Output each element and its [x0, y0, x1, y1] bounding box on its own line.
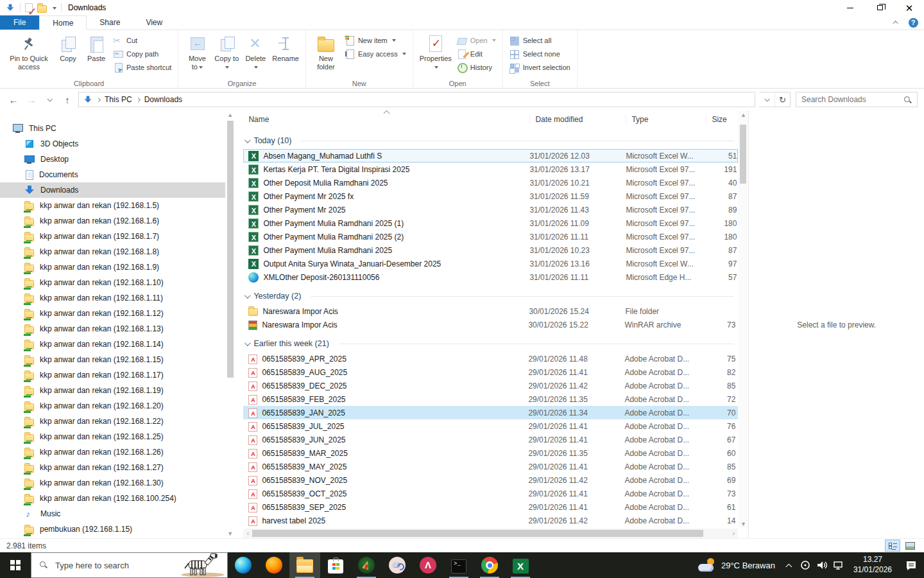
sidebar-scrollbar[interactable]: ▲ ▼: [225, 110, 236, 538]
group-header[interactable]: Earlier this week (21): [243, 335, 738, 352]
refresh-button[interactable]: ↻: [774, 92, 790, 107]
close-button[interactable]: ✕: [894, 0, 924, 15]
cut-button[interactable]: Cut: [110, 33, 174, 47]
sidebar-item-kkp-anwar-dan-rekan-192-168-1-27[interactable]: kkp anwar dan rekan (192.168.1.27): [0, 460, 225, 475]
help-button[interactable]: ?: [905, 15, 921, 30]
sidebar-item-kkp-anwar-dan-rekan-192-168-1-19[interactable]: kkp anwar dan rekan (192.168.1.19): [0, 383, 225, 398]
scroll-up-icon[interactable]: ▲: [227, 112, 234, 118]
sidebar-item-kkp-anwar-dan-rekan-192-168-100-254[interactable]: kkp anwar dan rekan (192.168.100.254): [0, 491, 225, 506]
details-view-button[interactable]: [885, 539, 900, 552]
back-button[interactable]: ←: [6, 92, 21, 107]
copy-path-button[interactable]: Copy path: [110, 47, 174, 60]
file-row-0651585839-dec-2025[interactable]: 0651585839_DEC_2025 29/01/2026 11.42 Ado…: [243, 379, 738, 392]
tab-view[interactable]: View: [133, 15, 175, 30]
taskbar-search[interactable]: Type here to search: [31, 552, 228, 578]
taskbar-app-cmd[interactable]: [443, 552, 474, 578]
file-row-other-payment-mulia-ramdhani-2025-2[interactable]: Other Payment Mulia Ramdhani 2025 (2) 31…: [243, 230, 738, 243]
scroll-down-icon[interactable]: ▼: [739, 521, 747, 527]
action-center-button[interactable]: [898, 560, 924, 571]
new-folder-qat-icon[interactable]: [37, 5, 47, 13]
file-row-0651585839-aug-2025[interactable]: 0651585839_AUG_2025 29/01/2026 11.41 Ado…: [243, 365, 738, 379]
sidebar-item-kkp-anwar-dan-rekan-192-168-1-20[interactable]: kkp anwar dan rekan (192.168.1.20): [0, 398, 225, 414]
clock[interactable]: 13.27 31/01/2026: [847, 555, 898, 575]
file-row-0651585839-sep-2025[interactable]: 0651585839_SEP_2025 29/01/2026 11.41 Ado…: [243, 500, 738, 514]
copy-to-button[interactable]: Copy to: [212, 32, 241, 72]
thumbnails-view-button[interactable]: [902, 539, 918, 552]
sidebar-item-kkp-anwar-dan-rekan-192-168-1-30[interactable]: kkp anwar dan rekan (192.168.1.30): [0, 475, 225, 491]
file-row-0651585839-jan-2025[interactable]: 0651585839_JAN_2025 29/01/2026 11.34 Ado…: [243, 406, 738, 419]
sidebar-item-this-pc[interactable]: This PC: [0, 121, 225, 136]
file-row-kertas-kerja-pt-tera-digital-inspirasi-2025[interactable]: Kertas Kerja PT. Tera Digital Inspirasi …: [243, 162, 738, 176]
scroll-right-icon[interactable]: ›: [729, 530, 738, 537]
volume-icon[interactable]: [814, 560, 830, 570]
select-none-button[interactable]: Select none: [507, 47, 573, 60]
taskbar-app-mouse-app[interactable]: [382, 552, 413, 578]
file-row-other-payment-mr-2025-fx[interactable]: Other Payment Mr 2025 fx 31/01/2026 11.5…: [243, 189, 738, 203]
sidebar-item-downloads[interactable]: Downloads: [0, 182, 225, 198]
file-row-0651585839-may-2025[interactable]: 0651585839_MAY_2025 29/01/2026 11.41 Ado…: [243, 460, 738, 473]
file-row-0651585839-jul-2025[interactable]: 0651585839_JUL_2025 29/01/2026 11.41 Ado…: [243, 419, 738, 433]
sidebar-item-kkp-anwar-dan-rekan-192-168-1-25[interactable]: kkp anwar dan rekan (192.168.1.25): [0, 429, 225, 444]
sidebar-item-kkp-anwar-dan-rekan-192-168-1-14[interactable]: kkp anwar dan rekan (192.168.1.14): [0, 337, 225, 352]
file-row-0651585839-jun-2025[interactable]: 0651585839_JUN_2025 29/01/2026 11.41 Ado…: [243, 433, 738, 446]
horizontal-scrollbar[interactable]: ‹ ›: [243, 529, 738, 538]
sidebar-item-kkp-anwar-dan-rekan-192-168-1-8[interactable]: kkp anwar dan rekan (192.168.1.8): [0, 244, 225, 259]
file-row-harvest-tabel-2025[interactable]: harvest tabel 2025 29/01/2026 11.42 Adob…: [243, 514, 738, 527]
group-header[interactable]: Yesterday (2): [243, 288, 738, 304]
address-dropdown-button[interactable]: [759, 92, 774, 107]
file-row-0651585839-apr-2025[interactable]: 0651585839_APR_2025 29/01/2026 11.48 Ado…: [243, 352, 738, 365]
weather-icon[interactable]: [698, 558, 716, 572]
weather-text[interactable]: 29°C Berawan: [721, 561, 775, 570]
file-row-other-payment-mulia-ramdhani-2025-1[interactable]: Other Payment Mulia Ramdhani 2025 (1) 31…: [243, 216, 738, 230]
select-all-button[interactable]: Select all: [507, 33, 573, 47]
sidebar-item-kkp-anwar-dan-rekan-192-168-1-17[interactable]: kkp anwar dan rekan (192.168.1.17): [0, 367, 225, 383]
tab-file[interactable]: File: [0, 15, 39, 30]
column-header-size[interactable]: Size: [706, 115, 738, 124]
new-folder-button[interactable]: New folder: [310, 32, 342, 72]
sidebar-item-kkp-anwar-dan-rekan-192-168-1-22[interactable]: kkp anwar dan rekan (192.168.1.22): [0, 414, 225, 429]
start-button[interactable]: [0, 552, 31, 578]
sidebar-item-kkp-anwar-dan-rekan-192-168-1-11[interactable]: kkp anwar dan rekan (192.168.1.11): [0, 290, 225, 306]
sidebar-item-music[interactable]: Music: [0, 506, 225, 521]
sidebar-item-kkp-anwar-dan-rekan-192-168-1-12[interactable]: kkp anwar dan rekan (192.168.1.12): [0, 306, 225, 321]
file-list-scrollbar[interactable]: ▲ ▼: [738, 110, 748, 529]
column-header-name[interactable]: Name: [248, 115, 529, 124]
scroll-left-icon[interactable]: ‹: [243, 530, 252, 537]
group-header[interactable]: Today (10): [243, 132, 738, 149]
show-hidden-icons-button[interactable]: [784, 563, 797, 568]
taskbar-app-firefox[interactable]: [259, 552, 289, 578]
rename-button[interactable]: Rename: [270, 32, 302, 64]
sidebar-item-desktop[interactable]: Desktop: [0, 152, 225, 167]
scroll-up-icon[interactable]: ▲: [739, 112, 747, 118]
up-button[interactable]: ↑: [60, 92, 74, 107]
file-row-0651585839-nov-2025[interactable]: 0651585839_NOV_2025 29/01/2026 11.42 Ado…: [243, 473, 738, 487]
sidebar-item-kkp-anwar-dan-rekan-192-168-1-26[interactable]: kkp anwar dan rekan (192.168.1.26): [0, 444, 225, 460]
paste-shortcut-button[interactable]: Paste shortcut: [110, 60, 174, 74]
taskbar-app-explorer[interactable]: [289, 552, 320, 578]
sidebar-item-3d-objects[interactable]: 3D Objects: [0, 136, 225, 152]
sidebar-item-kkp-anwar-dan-rekan-192-168-1-5[interactable]: kkp anwar dan rekan (192.168.1.5): [0, 198, 225, 213]
tray-app-icon[interactable]: [797, 560, 814, 570]
tab-share[interactable]: Share: [87, 15, 133, 30]
taskbar-app-store[interactable]: [320, 552, 351, 578]
taskbar-app-excel-app[interactable]: [505, 552, 536, 578]
move-to-button[interactable]: Move to: [182, 32, 212, 72]
invert-selection-button[interactable]: Invert selection: [507, 60, 573, 74]
file-scrollbar-thumb[interactable]: [740, 125, 746, 184]
breadcrumb-downloads[interactable]: Downloads: [144, 95, 183, 104]
pin-to-quick-access-button[interactable]: Pin to Quick access: [4, 32, 54, 72]
new-item-button[interactable]: New item: [342, 33, 409, 47]
file-row-other-deposit-mulia-ramdhani-2025[interactable]: Other Deposit Mulia Ramdhani 2025 31/01/…: [243, 176, 738, 189]
sidebar-scrollbar-thumb[interactable]: [227, 121, 234, 378]
taskbar-app-edge[interactable]: [228, 552, 259, 578]
file-row-0651585839-feb-2025[interactable]: 0651585839_FEB_2025 29/01/2026 11.35 Ado…: [243, 392, 738, 406]
open-button[interactable]: Open: [454, 33, 499, 47]
maximize-button[interactable]: [865, 0, 894, 15]
file-row-0651585839-mar-2025[interactable]: 0651585839_MAR_2025 29/01/2026 11.35 Ado…: [243, 446, 738, 460]
sidebar-item-documents[interactable]: Documents: [0, 167, 225, 182]
collapse-ribbon-button[interactable]: [888, 15, 905, 30]
file-row-nareswara-impor-acis[interactable]: Nareswara Impor Acis 30/01/2026 15.24 Fi…: [243, 304, 738, 318]
column-header-type[interactable]: Type: [626, 115, 706, 124]
file-row-absen-magang-muhamad-luthfi-s[interactable]: Absen Magang_Muhamad Luthfi S 31/01/2026…: [243, 149, 738, 162]
sidebar-item-kkp-anwar-dan-rekan-192-168-1-7[interactable]: kkp anwar dan rekan (192.168.1.7): [0, 229, 225, 244]
